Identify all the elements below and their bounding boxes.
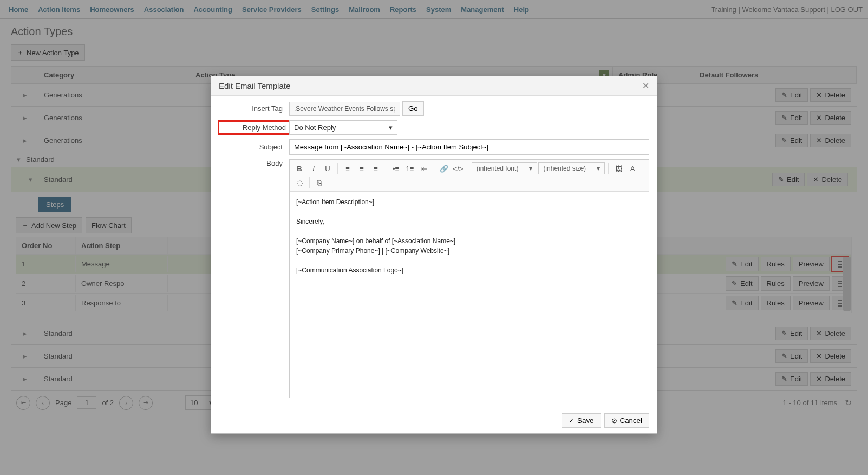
list-number-icon[interactable]: 1≡ (403, 162, 416, 175)
font-color-icon[interactable]: A (626, 162, 639, 175)
insert-tag-input[interactable] (289, 102, 400, 116)
outdent-icon[interactable]: ⇤ (417, 162, 430, 175)
reply-method-select[interactable]: Do Not Reply▾ (289, 120, 397, 135)
align-right-icon[interactable]: ≡ (369, 162, 382, 175)
font-family-select[interactable]: (inherited font)▾ (472, 162, 537, 174)
copy-icon[interactable]: ⎘ (313, 176, 326, 189)
insert-tag-label: Insert Tag (219, 105, 289, 113)
list-bullet-icon[interactable]: •≡ (389, 162, 402, 175)
link-icon[interactable]: 🔗 (438, 162, 451, 175)
go-button[interactable]: Go (402, 101, 424, 116)
edit-email-template-modal: Edit Email Template ✕ Insert Tag Go Repl… (211, 76, 657, 420)
drop-icon[interactable]: ◌ (293, 176, 306, 189)
align-center-icon[interactable]: ≡ (355, 162, 368, 175)
bold-icon[interactable]: B (293, 162, 306, 175)
body-label: Body (219, 159, 289, 167)
close-icon[interactable]: ✕ (642, 81, 649, 91)
underline-icon[interactable]: U (321, 162, 334, 175)
font-size-select[interactable]: (inherited size)▾ (538, 162, 605, 174)
image-icon[interactable]: 🖼 (612, 162, 625, 175)
modal-overlay: Edit Email Template ✕ Insert Tag Go Repl… (0, 0, 868, 420)
modal-title: Edit Email Template (219, 81, 290, 90)
cancel-button[interactable]: Cancel (604, 413, 650, 420)
code-icon[interactable]: </> (452, 162, 465, 175)
editor-toolbar: B I U ≡ ≡ ≡ •≡ 1≡ ⇤ 🔗 </> (290, 160, 649, 192)
subject-label: Subject (219, 143, 289, 151)
subject-input[interactable] (289, 139, 649, 155)
align-left-icon[interactable]: ≡ (341, 162, 354, 175)
body-editor[interactable]: [~Action Item Description~] Sincerely, [… (290, 192, 649, 398)
reply-method-label: Reply Method (219, 121, 289, 134)
italic-icon[interactable]: I (307, 162, 320, 175)
save-button[interactable]: Save (562, 413, 601, 420)
